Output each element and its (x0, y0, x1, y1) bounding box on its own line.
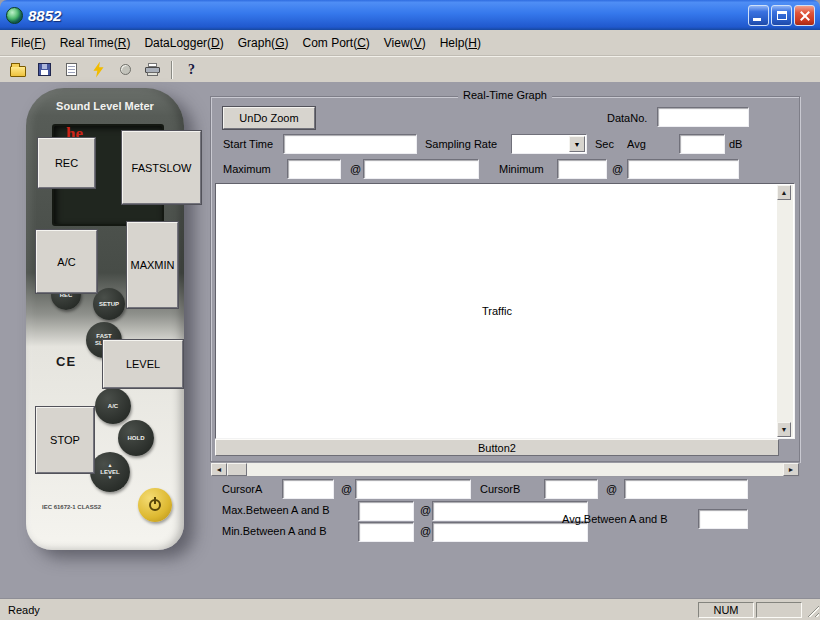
minimum-at-label: @ (612, 163, 623, 175)
graph-area: Traffic ▲ ▼ (215, 183, 795, 439)
device-ce-mark: CE (56, 354, 76, 369)
start-time-field[interactable] (283, 134, 417, 154)
cursor-a-value-field[interactable] (282, 479, 334, 499)
titlebar: 8852 (0, 0, 820, 30)
min-between-time-field[interactable] (432, 522, 588, 542)
menu-datalogger[interactable]: DataLogger(D) (137, 31, 230, 55)
maximum-value-field[interactable] (287, 159, 341, 179)
cursor-b-at-label: @ (606, 483, 617, 495)
graph-series-label: Traffic (482, 305, 512, 317)
scroll-right-icon[interactable]: ► (783, 463, 799, 476)
data-no-field[interactable] (657, 107, 749, 127)
save-button[interactable] (33, 59, 56, 81)
lightning-icon (93, 62, 105, 78)
cursor-b-time-field[interactable] (624, 479, 748, 499)
data-no-label: DataNo. (607, 112, 647, 124)
undo-zoom-button[interactable]: UnDo Zoom (223, 107, 315, 129)
maximum-at-label: @ (350, 163, 361, 175)
device-setup-key: SETUP (93, 288, 125, 320)
open-folder-icon (10, 66, 26, 77)
avg-label: Avg (627, 138, 646, 150)
print-button[interactable] (141, 59, 164, 81)
minimize-icon (753, 18, 761, 21)
power-icon (149, 499, 161, 511)
help-button[interactable]: ? (180, 59, 203, 81)
window-title: 8852 (28, 7, 61, 24)
open-button[interactable] (6, 59, 29, 81)
minimum-time-field[interactable] (627, 159, 739, 179)
resize-grip[interactable] (804, 602, 819, 617)
sampling-rate-select[interactable]: ▼ (511, 134, 587, 154)
minimize-button[interactable] (748, 5, 769, 26)
min-between-at-label: @ (420, 525, 431, 537)
toolbar-separator (171, 61, 173, 79)
statusbar: Ready NUM (0, 598, 820, 620)
sec-label: Sec (595, 138, 614, 150)
scroll-down-icon[interactable]: ▼ (777, 422, 791, 437)
cursor-b-value-field[interactable] (544, 479, 598, 499)
scroll-up-icon[interactable]: ▲ (777, 185, 791, 200)
status-extra-pane (756, 602, 802, 618)
main-area: Sound Level Meter he REC SETUP FASTSLOW … (0, 82, 820, 598)
menu-graph[interactable]: Graph(G) (231, 31, 296, 55)
graph-vertical-scrollbar[interactable]: ▲ ▼ (777, 185, 793, 437)
menu-file[interactable]: File(F) (4, 31, 53, 55)
scroll-left-icon[interactable]: ◄ (211, 463, 227, 476)
min-between-value-field[interactable] (358, 522, 414, 542)
status-num-pane: NUM (698, 602, 754, 618)
menu-view[interactable]: View(V) (377, 31, 433, 55)
app-icon (6, 7, 23, 24)
menu-help[interactable]: Help(H) (433, 31, 488, 55)
scrollbar-thumb[interactable] (227, 463, 247, 476)
minimum-label: Minimum (499, 163, 544, 175)
minimum-value-field[interactable] (557, 159, 607, 179)
maximize-icon (777, 11, 787, 20)
device-cert-label: IEC 61672-1 CLASS2 (42, 504, 101, 510)
fastslow-button[interactable]: FASTSLOW (122, 131, 201, 204)
device-ac-key: A/C (95, 388, 131, 424)
menu-real-time[interactable]: Real Time(R) (53, 31, 138, 55)
combo-dropdown-icon[interactable]: ▼ (569, 136, 585, 152)
avg-between-value-field[interactable] (698, 509, 748, 529)
maximum-time-field[interactable] (363, 159, 479, 179)
help-icon: ? (188, 62, 195, 78)
min-between-label: Min.Between A and B (222, 525, 327, 537)
cursor-b-label: CursorB (480, 483, 520, 495)
toolbar: ? (0, 56, 820, 82)
menubar: File(F) Real Time(R) DataLogger(D) Graph… (0, 30, 820, 56)
rec-button[interactable]: REC (38, 138, 95, 188)
group-title: Real-Time Graph (458, 89, 552, 101)
stop-button[interactable] (114, 59, 137, 81)
max-between-value-field[interactable] (358, 501, 414, 521)
graph-plot[interactable]: Traffic (217, 185, 777, 437)
real-time-graph-group: Real-Time Graph UnDo Zoom DataNo. Start … (210, 96, 800, 462)
level-down-icon: ▼ (108, 475, 113, 481)
stop-button-overlay[interactable]: STOP (36, 407, 94, 473)
record-circle-icon (120, 64, 131, 75)
level-button[interactable]: LEVEL (103, 340, 183, 388)
cursor-a-at-label: @ (341, 483, 352, 495)
connect-button[interactable] (87, 59, 110, 81)
avg-between-label: Avg.Between A and B (562, 513, 668, 525)
max-between-at-label: @ (420, 504, 431, 516)
sampling-rate-label: Sampling Rate (425, 138, 497, 150)
close-button[interactable] (794, 5, 815, 26)
avg-field[interactable] (679, 134, 725, 154)
cursor-a-label: CursorA (222, 483, 262, 495)
ac-button[interactable]: A/C (36, 230, 97, 293)
menu-com-port[interactable]: Com Port(C) (295, 31, 376, 55)
device-level-key: ▲ LEVEL ▼ (90, 452, 130, 492)
maximize-button[interactable] (771, 5, 792, 26)
start-time-label: Start Time (223, 138, 273, 150)
save-icon (38, 63, 51, 76)
db-label: dB (729, 138, 742, 150)
button2[interactable]: Button2 (215, 439, 779, 456)
maxmin-button[interactable]: MAXMIN (127, 222, 178, 308)
cursor-a-time-field[interactable] (355, 479, 471, 499)
device-hold-key: HOLD (118, 420, 154, 456)
document-icon (66, 63, 77, 76)
maximum-label: Maximum (223, 163, 271, 175)
export-button[interactable] (60, 59, 83, 81)
graph-horizontal-scrollbar[interactable]: ◄ ► (210, 462, 800, 477)
app-window: 8852 File(F) Real Time(R) DataLogger(D) … (0, 0, 820, 620)
